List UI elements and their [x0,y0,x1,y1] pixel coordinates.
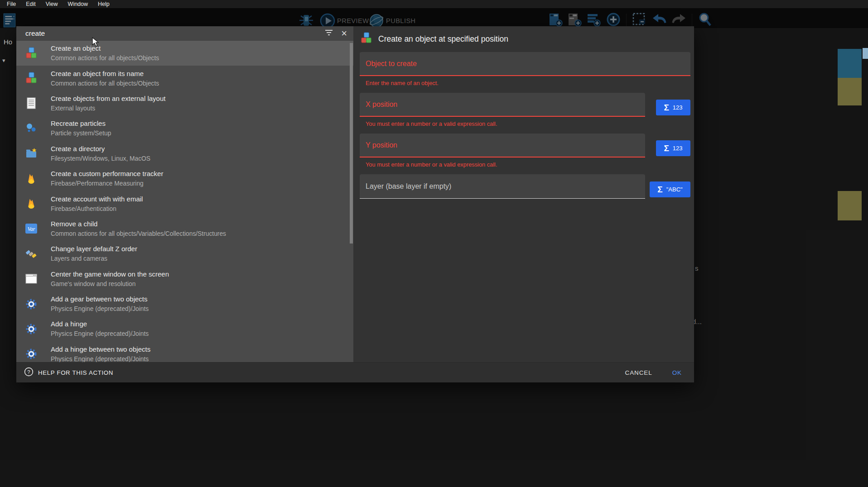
background-panel-fragment [838,78,862,105]
svg-text:Var: Var [28,226,35,232]
action-subtitle: Game's window and resolution [51,279,169,289]
object-to-create-field[interactable]: Object to create [360,52,690,76]
layer-field[interactable]: Layer (base layer if empty) [360,174,645,199]
gear-icon [24,322,38,336]
x-position-field[interactable]: X position [360,93,645,117]
list-item[interactable]: Create an objectCommon actions for all o… [16,41,353,66]
action-results-list: Create an objectCommon actions for all o… [16,41,353,362]
folder-star-icon [24,147,38,160]
menu-window[interactable]: Window [63,0,93,8]
cubes-icon [24,72,38,85]
action-results-panel: create × Create an objectCommon actions … [16,26,353,362]
close-icon[interactable]: × [341,29,347,38]
list-item[interactable]: Add a hingePhysics Engine (deprecated)/J… [16,316,353,341]
list-item[interactable]: Add a gear between two objectsPhysics En… [16,291,353,316]
list-item[interactable]: Center the game window on the screenGame… [16,267,353,291]
action-title: Create an object from its name [51,69,159,79]
chevron-down-icon: ▾ [2,57,5,64]
list-item[interactable]: Var Remove a childCommon actions for all… [16,216,353,241]
action-subtitle: Common actions for all objects/Objects [51,79,159,88]
dialog-footer: ? HELP FOR THIS ACTION CANCEL OK [16,362,694,382]
game-window-icon [24,272,38,286]
expression-type-label: 123 [673,145,683,152]
background-panel-fragment [838,191,862,220]
action-search-bar: create × [16,26,353,41]
cubes-icon [360,32,372,46]
sigma-icon: Σ [664,103,669,112]
action-subtitle: Firebase/Authentication [51,204,143,214]
action-title: Create a directory [51,144,150,154]
cancel-button[interactable]: CANCEL [625,369,652,376]
action-title: Add a hinge [51,319,149,329]
action-title: Create an object [51,43,159,53]
help-circle-icon: ? [24,367,34,378]
expression-builder-button[interactable]: Σ 123 [656,140,690,156]
cubes-icon [24,47,38,60]
action-title: Center the game window on the screen [51,269,169,279]
action-title: Create objects from an external layout [51,94,165,104]
list-item[interactable]: Change layer default Z orderLayers and c… [16,241,353,266]
action-subtitle: Common actions for all objects/Objects [51,53,159,63]
results-scrollbar[interactable] [350,43,353,244]
expression-builder-button[interactable]: Σ "ABC" [650,181,690,197]
menu-view[interactable]: View [41,0,63,8]
background-panel-fragment [838,49,862,78]
help-button[interactable]: ? HELP FOR THIS ACTION [24,367,113,378]
background-text-fragment: s [695,264,699,272]
field-error-text: You must enter a number or a valid expre… [366,120,694,127]
action-subtitle: Physics Engine (deprecated)/Joints [51,304,149,314]
list-item[interactable]: Add a hinge between two objectsPhysics E… [16,342,353,362]
action-config-title: Create an object at specified position [378,34,508,44]
mouse-cursor [92,37,100,49]
list-item[interactable]: Create account with with emailFirebase/A… [16,191,353,216]
action-title: Change layer default Z order [51,244,137,254]
menu-bar: File Edit View Window Help [0,0,868,8]
menu-file[interactable]: File [2,0,21,8]
menu-edit[interactable]: Edit [21,0,41,8]
action-title: Recreate particles [51,119,111,129]
action-config-panel: Create an object at specified position O… [353,26,694,362]
action-subtitle: Firebase/Performance Measuring [51,179,163,188]
action-subtitle: Common actions for all objects/Variables… [51,229,226,239]
list-item[interactable]: Create a directoryFilesystem/Windows, Li… [16,141,353,166]
field-helper-text: Enter the name of an object. [366,80,694,86]
help-button-label: HELP FOR THIS ACTION [38,369,113,376]
firebase-flame-icon [24,197,38,210]
search-input[interactable]: create [25,29,45,38]
list-item[interactable]: Create an object from its nameCommon act… [16,66,353,91]
filter-icon[interactable] [324,29,333,38]
action-title: Remove a child [51,219,226,229]
menu-help[interactable]: Help [93,0,115,8]
expression-type-label: 123 [673,104,683,111]
ok-button[interactable]: OK [672,369,682,376]
field-label: X position [366,100,397,109]
expression-builder-button[interactable]: Σ 123 [656,100,690,115]
action-title: Add a hinge between two objects [51,344,150,354]
list-item[interactable]: Create objects from an external layoutEx… [16,91,353,116]
action-subtitle: External layouts [51,104,165,113]
action-subtitle: Physics Engine (deprecated)/Joints [51,329,149,339]
action-title: Create a custom performance tracker [51,169,163,179]
variable-badge-icon: Var [24,222,38,235]
sigma-icon: Σ [657,185,662,194]
layers-z-order-icon [24,247,38,261]
action-title: Create account with with email [51,194,143,204]
sigma-icon: Σ [664,144,669,153]
expression-type-label: "ABC" [666,186,683,193]
action-subtitle: Filesystem/Windows, Linux, MacOS [51,154,150,163]
action-subtitle: Physics Engine (deprecated)/Joints [51,354,150,362]
y-position-field[interactable]: Y position [360,134,645,158]
action-title: Add a gear between two objects [51,294,149,304]
svg-text:?: ? [27,369,30,374]
field-label: Y position [366,141,397,149]
home-tab-fragment: Ho [4,38,12,46]
action-subtitle: Particle system/Setup [51,129,111,138]
gear-icon [24,347,38,361]
list-item[interactable]: Create a custom performance trackerFireb… [16,166,353,191]
gear-icon [24,297,38,311]
layout-document-icon [24,96,38,110]
field-label: Layer (base layer if empty) [366,182,451,191]
choose-action-dialog: create × Create an objectCommon actions … [16,26,694,382]
list-item[interactable]: Recreate particlesParticle system/Setup [16,116,353,141]
field-error-text: You must enter a number or a valid expre… [366,161,694,168]
